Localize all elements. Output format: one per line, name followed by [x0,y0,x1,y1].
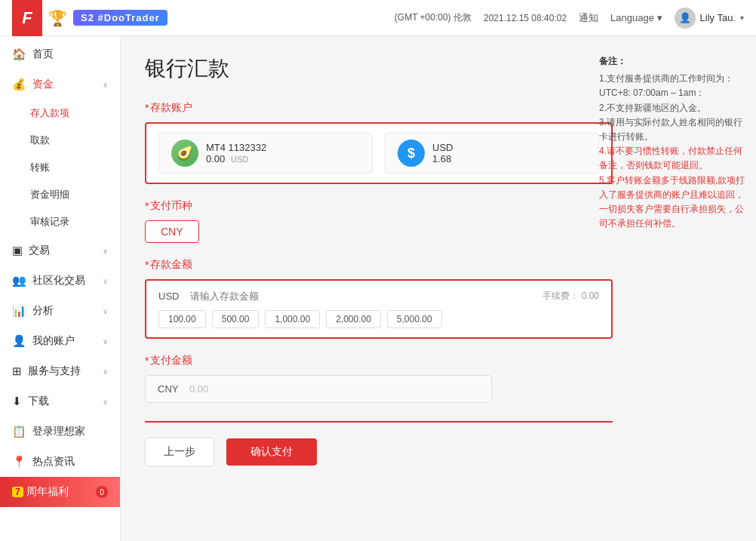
amount-currency-prefix: USD [158,290,181,302]
sidebar-label-login: 登录理想家 [32,425,85,438]
sidebar-item-social[interactable]: 👥 社区化交易 ∨ [0,266,120,296]
analysis-icon: 📊 [12,304,26,318]
account-name-mt4: MT4 1132332 [206,142,266,153]
sidebar-item-weekly[interactable]: 7 周年福利 0 [0,477,120,507]
support-arrow: ∨ [103,367,108,376]
note-3: 3.请用与实际付款人姓名相同的银行卡进行转账。 [599,115,747,144]
sidebar-sub-statement[interactable]: 资金明细 [0,181,120,208]
download-icon: ⬇ [12,395,22,408]
back-button[interactable]: 上一步 [145,438,214,466]
account-dollar-icon: $ [398,140,425,167]
payment-label: 支付金额 [145,354,732,367]
sidebar-label-weekly: 周年福利 [26,485,69,499]
amount-input[interactable] [190,290,533,302]
logo-text: F [22,8,32,28]
layout: 🏠 首页 💰 资金 ∧ 存入款项 取款 转账 资金明细 [0,36,756,541]
sidebar-item-news[interactable]: 📍 热点资讯 [0,447,120,477]
sidebar-label-support: 服务与支持 [28,364,81,378]
account-balance-usd: 1.68 [432,153,453,164]
account-balance-mt4: 0.00 USD [206,153,266,164]
currency-button[interactable]: CNY [145,220,199,243]
sidebar-item-analysis[interactable]: 📊 分析 ∨ [0,296,120,326]
confirm-button[interactable]: 确认支付 [226,438,317,466]
quick-500[interactable]: 500.00 [212,310,260,328]
sidebar: 🏠 首页 💰 资金 ∧ 存入款项 取款 转账 资金明细 [0,36,121,541]
social-arrow: ∨ [103,277,108,285]
divider [145,421,613,423]
home-icon: 🏠 [12,48,26,61]
login-icon: 📋 [12,425,26,438]
sidebar-item-myaccount[interactable]: 👤 我的账户 ∨ [0,326,120,356]
account-name-usd: USD [432,142,453,153]
amount-box: USD 手续费： 0.00 100.00 500.00 1,000.00 2,0… [145,279,613,339]
user-dropdown-arrow[interactable]: ▾ [740,14,744,22]
sidebar-item-support[interactable]: ⊞ 服务与支持 ∨ [0,356,120,386]
quick-100[interactable]: 100.00 [158,310,206,328]
header-left: F 🏆 S2 #DooTrader [12,0,167,36]
quick-2000[interactable]: 2,000.00 [326,310,381,328]
user-section: 👤 Lily Tau. ▾ [675,8,744,29]
sidebar-label-home: 首页 [32,48,54,61]
quick-5000[interactable]: 5,000.00 [387,310,442,328]
notify-button[interactable]: 通知 [579,11,598,25]
sidebar-label-myaccount: 我的账户 [32,334,75,348]
support-icon: ⊞ [12,364,22,378]
account-avocado-icon: 🥑 [171,140,198,167]
brand-badge: S2 #DooTrader [73,10,167,26]
note-2: 2.不支持新疆地区的入金。 [599,101,747,115]
analysis-arrow: ∨ [103,307,108,315]
main-content: 备注： 1.支付服务提供商的工作时间为：UTC+8: 07:00am – 1am… [121,36,756,541]
funds-icon: 💰 [12,78,26,91]
note-1: 1.支付服务提供商的工作时间为：UTC+8: 07:00am – 1am： [599,72,747,100]
sidebar-item-download[interactable]: ⬇ 下载 ∨ [0,386,120,417]
account-card-mt4[interactable]: 🥑 MT4 1132332 0.00 USD [158,133,373,174]
account-card-usd[interactable]: $ USD 1.68 [385,133,599,174]
datetime: 2021.12.15 08:40:02 [484,13,567,23]
deposit-account-box: 🥑 MT4 1132332 0.00 USD $ USD 1.68 [145,122,613,184]
sidebar-sub-withdraw[interactable]: 取款 [0,127,120,154]
logo[interactable]: F [12,0,42,36]
sidebar-item-home[interactable]: 🏠 首页 [0,39,120,69]
amount-label: 存款金额 [145,258,732,272]
fee-text: 手续费： 0.00 [542,290,599,303]
trophy-icon: 🏆 [48,9,67,27]
news-icon: 📍 [12,455,26,469]
sidebar-sub-funds: 存入款项 取款 转账 资金明细 审核记录 [0,100,120,235]
header-right: (GMT +00:00) 伦敦 2021.12.15 08:40:02 通知 L… [395,8,744,29]
funds-arrow: ∧ [103,81,108,89]
sidebar-sub-deposit[interactable]: 存入款项 [0,100,120,127]
amount-section: 存款金额 USD 手续费： 0.00 100.00 500.00 1,000.0… [145,258,732,339]
sidebar-label-social: 社区化交易 [32,274,85,287]
weekly-badge: 0 [96,486,108,498]
sidebar-item-login[interactable]: 📋 登录理想家 [0,417,120,447]
sidebar-sub-review[interactable]: 审核记录 [0,208,120,235]
sidebar-label-trade: 交易 [29,244,50,257]
action-row: 上一步 确认支付 [145,438,732,466]
quick-amounts: 100.00 500.00 1,000.00 2,000.00 5,000.00 [158,310,599,328]
sidebar-label-funds: 资金 [32,78,54,91]
sidebar-item-funds[interactable]: 💰 资金 ∧ [0,69,120,100]
language-button[interactable]: Language ▾ [610,12,662,23]
note-5: 5.客户转账金额多于线路限额,款项打入了服务提供商的账户且难以追回，一切损失客户… [599,174,747,232]
payment-box: CNY [145,375,492,403]
payment-input[interactable] [189,383,479,395]
trade-icon: ▣ [12,244,23,257]
weekly-number-icon: 7 [12,487,23,497]
avatar: 👤 [675,8,696,29]
social-icon: 👥 [12,274,26,287]
trade-arrow: ∨ [103,247,108,255]
header: F 🏆 S2 #DooTrader (GMT +00:00) 伦敦 2021.1… [0,0,756,36]
timezone[interactable]: (GMT +00:00) 伦敦 [395,11,472,24]
amount-input-row: USD 手续费： 0.00 [158,290,599,303]
username[interactable]: Lily Tau. [700,12,736,23]
notes-title: 备注： [599,54,747,69]
payment-section: 支付金额 CNY [145,354,732,403]
payment-currency-prefix: CNY [158,383,180,395]
sidebar-sub-transfer[interactable]: 转账 [0,154,120,181]
account-info-mt4: MT4 1132332 0.00 USD [206,142,266,164]
sidebar-label-news: 热点资讯 [32,455,75,469]
quick-1000[interactable]: 1,000.00 [265,310,320,328]
notes-panel: 备注： 1.支付服务提供商的工作时间为：UTC+8: 07:00am – 1am… [590,54,756,231]
sidebar-item-trade[interactable]: ▣ 交易 ∨ [0,235,120,266]
myaccount-icon: 👤 [12,334,26,348]
